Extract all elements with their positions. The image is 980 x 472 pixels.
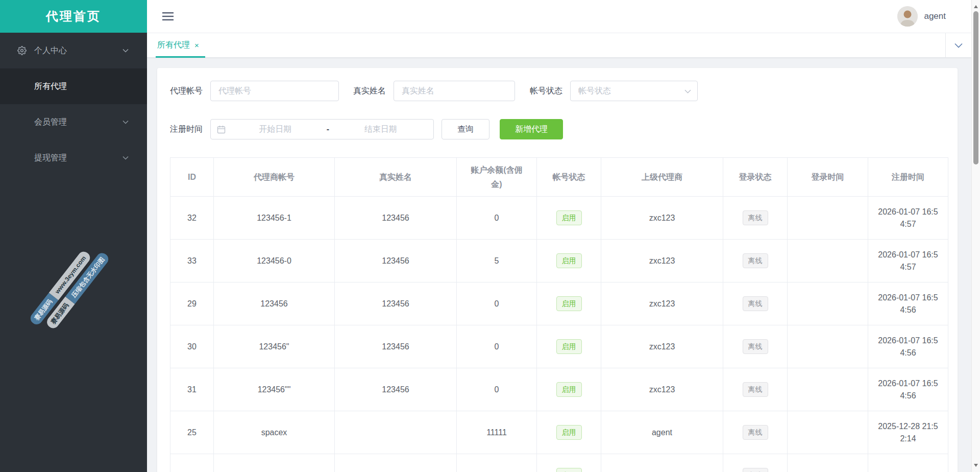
main-content: 代理帐号 真实姓名 帐号状态 帐号状态 注册时间: [147, 58, 971, 472]
filter-row-2: 注册时间 开始日期 - 结束日期 查询 新增代理: [170, 119, 958, 139]
cell-account-status: 启用: [537, 368, 601, 411]
cell-balance: 0: [457, 197, 537, 240]
sidebar-item-personal-center[interactable]: 个人中心: [0, 33, 147, 68]
cell-account-status: 启用: [537, 197, 601, 240]
cell-account: 123456"": [214, 368, 335, 411]
login-status-badge: 离线: [743, 425, 768, 440]
column-header-login-time: 登录时间: [788, 158, 868, 197]
end-date-placeholder[interactable]: 结束日期: [334, 124, 428, 135]
date-range-separator: -: [322, 125, 334, 134]
watermark-badges: 赛易源码 www.3eym.com 赛易源码 压缩包含无水印图: [28, 225, 123, 336]
cell-login-status: 离线: [723, 282, 788, 325]
cell-login-status: 离线: [723, 454, 788, 472]
cell-register-time: 2026-01-07 16:54:56: [868, 282, 948, 325]
status-badge: 启用: [556, 468, 582, 472]
cell-account: 123456-0: [214, 240, 335, 282]
table-row: 33 123456-0 123456 5 启用 zxc123 离线 2026-0…: [170, 240, 948, 282]
agents-panel: 代理帐号 真实姓名 帐号状态 帐号状态 注册时间: [157, 68, 958, 472]
status-badge: 启用: [556, 253, 582, 268]
sidebar-item-all-agents[interactable]: 所有代理: [0, 68, 147, 104]
query-button[interactable]: 查询: [442, 119, 489, 139]
cell-real-name: 123456: [335, 240, 457, 282]
account-status-label: 帐号状态: [530, 86, 562, 97]
cell-real-name: 123456: [335, 282, 457, 325]
real-name-input[interactable]: [394, 81, 515, 101]
cell-register-time: 2026-01-07 16:54:57: [868, 197, 948, 240]
sidebar-item-member-management[interactable]: 会员管理: [0, 104, 147, 140]
cell-login-time: [788, 411, 868, 454]
tab-label: 所有代理: [157, 40, 190, 51]
sidebar: 代理首页 个人中心 所有代理 会员管理 提现管理 赛易源码 www.3eym.c…: [0, 0, 147, 472]
login-status-badge: 离线: [743, 253, 768, 268]
cell-login-time: [788, 240, 868, 282]
scrollbar-thumb[interactable]: [973, 11, 978, 164]
column-header-account-status: 帐号状态: [537, 158, 601, 197]
cell-account-status: 启用: [537, 282, 601, 325]
username: agent: [924, 11, 946, 21]
table-row: 30 123456" 123456 0 启用 zxc123 离线 2026-01…: [170, 325, 948, 368]
status-badge: 启用: [556, 425, 582, 440]
table-row: 32 123456-1 123456 0 启用 zxc123 离线 2026-0…: [170, 197, 948, 240]
cell-account-status: 启用: [537, 240, 601, 282]
column-header-register-time: 注册时间: [868, 158, 948, 197]
agent-account-input[interactable]: [210, 81, 339, 101]
column-header-login-status: 登录状态: [723, 158, 788, 197]
column-header-balance: 账户余额(含佣金): [457, 158, 537, 197]
cell-real-name: 123456: [335, 197, 457, 240]
cell-parent-agent: zxc123: [601, 325, 723, 368]
app-title: 代理首页: [0, 0, 147, 33]
cell-id: 30: [170, 325, 214, 368]
cell-id: 29: [170, 282, 214, 325]
sidebar-item-label: 所有代理: [34, 81, 67, 92]
vertical-scrollbar[interactable]: [971, 0, 980, 472]
real-name-label: 真实姓名: [353, 86, 386, 97]
cell-account-status: 启用: [537, 325, 601, 368]
tabbar-collapse-button[interactable]: [945, 33, 971, 57]
add-agent-button[interactable]: 新增代理: [500, 119, 563, 139]
cell-account: 123456: [214, 282, 335, 325]
cell-id: [170, 454, 214, 472]
login-status-badge: 离线: [743, 339, 768, 354]
chevron-down-icon: [122, 49, 129, 53]
register-time-range-picker[interactable]: 开始日期 - 结束日期: [210, 119, 434, 139]
account-status-placeholder: 帐号状态: [578, 86, 684, 97]
scrollbar-down-arrow-icon[interactable]: [974, 464, 978, 469]
agent-account-label: 代理帐号: [170, 86, 203, 97]
cell-balance: 11111: [457, 411, 537, 454]
tabbar: 所有代理 ×: [147, 33, 971, 58]
table-row: 启用 离线 2025-12-14 12:0: [170, 454, 948, 472]
cell-balance: 5: [457, 240, 537, 282]
status-badge: 启用: [556, 296, 582, 311]
sidebar-item-withdrawal-management[interactable]: 提现管理: [0, 140, 147, 176]
column-header-real-name: 真实姓名: [335, 158, 457, 197]
sidebar-item-label: 提现管理: [34, 153, 67, 163]
cell-account-status: 启用: [537, 411, 601, 454]
column-header-id: ID: [170, 158, 214, 197]
cell-login-status: 离线: [723, 325, 788, 368]
tab-close-icon[interactable]: ×: [194, 41, 199, 50]
sidebar-item-label: 个人中心: [34, 45, 67, 56]
account-status-select[interactable]: 帐号状态: [570, 81, 698, 101]
tab-active-underline: [156, 56, 205, 58]
table-row: 29 123456 123456 0 启用 zxc123 离线 2026-01-…: [170, 282, 948, 325]
login-status-badge: 离线: [743, 210, 768, 225]
status-badge: 启用: [556, 382, 582, 397]
cell-register-time: 2025-12-28 21:52:14: [868, 411, 948, 454]
cell-register-time: 2026-01-07 16:54:57: [868, 240, 948, 282]
cell-register-time: 2025-12-14 12:0: [868, 454, 948, 472]
cell-balance: 0: [457, 368, 537, 411]
topbar: agent: [147, 0, 971, 33]
status-badge: 启用: [556, 339, 582, 354]
cell-id: 32: [170, 197, 214, 240]
scrollbar-up-arrow-icon[interactable]: [974, 3, 978, 8]
cell-parent-agent: agent: [601, 411, 723, 454]
hamburger-menu-icon[interactable]: [162, 12, 174, 20]
status-badge: 启用: [556, 210, 582, 225]
start-date-placeholder[interactable]: 开始日期: [229, 124, 322, 135]
cell-parent-agent: zxc123: [601, 282, 723, 325]
cell-real-name: [335, 454, 457, 472]
user-menu[interactable]: agent: [897, 0, 946, 33]
cell-register-time: 2026-01-07 16:54:56: [868, 368, 948, 411]
chevron-down-icon: [122, 120, 129, 124]
tab-all-agents[interactable]: 所有代理 ×: [157, 33, 199, 57]
